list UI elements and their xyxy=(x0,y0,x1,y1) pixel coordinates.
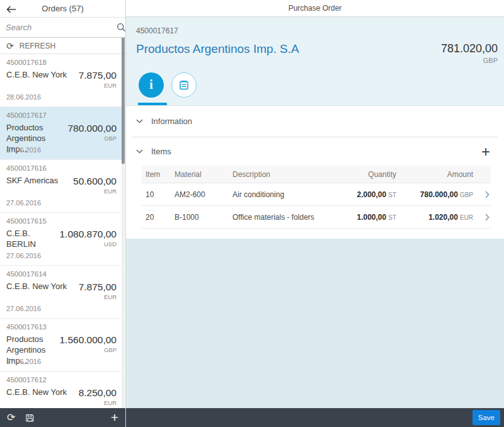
search-input[interactable] xyxy=(6,23,117,32)
list-scrollbar[interactable] xyxy=(122,38,125,408)
list-item[interactable]: 4500017616 SKF Americas 50.600,00 EUR 27… xyxy=(0,160,122,213)
row-chevron-right-icon[interactable] xyxy=(473,191,491,198)
master-footer-bar: ⟳ + xyxy=(0,408,125,427)
order-date: 27.06.2016 xyxy=(6,358,41,365)
list-item[interactable]: 4500017618 C.E.B. New York 7.875,00 EUR … xyxy=(0,54,122,107)
order-id: 4500017613 xyxy=(6,323,117,331)
col-header-material: Material xyxy=(175,170,232,179)
footer-refresh-icon[interactable]: ⟳ xyxy=(7,413,15,423)
order-currency: GBP xyxy=(67,135,117,142)
order-currency: EUR xyxy=(79,399,117,406)
info-icon: i xyxy=(149,78,153,92)
detail-title: Purchase Order xyxy=(289,4,342,13)
vendor-name: C.E.B. New York xyxy=(6,282,67,292)
order-date: 27.06.2016 xyxy=(6,199,41,207)
object-currency: GBP xyxy=(441,57,498,64)
cell-amount: 780.000,00 xyxy=(420,190,458,199)
chevron-down-icon xyxy=(136,119,143,123)
icon-tab-bar: i xyxy=(126,64,504,106)
tab-information[interactable]: i xyxy=(139,72,164,98)
cell-quantity: 2.000,00 xyxy=(357,190,387,199)
orders-list: 4500017618 C.E.B. New York 7.875,00 EUR … xyxy=(0,54,122,408)
save-button[interactable]: Save xyxy=(472,410,500,425)
cell-description: Air conditioning xyxy=(232,190,326,199)
order-date: 27.06.2016 xyxy=(6,146,41,154)
information-section-header[interactable]: Information xyxy=(126,106,504,137)
order-currency: EUR xyxy=(73,188,117,195)
scrollbar-thumb[interactable] xyxy=(122,38,125,164)
selected-tab-indicator xyxy=(138,103,167,105)
order-amount: 780.000,00 xyxy=(67,123,117,134)
vendor-name: C.E.B. New York xyxy=(6,70,67,81)
table-header-row: Item Material Description Quantity Amoun… xyxy=(142,166,491,183)
detail-titlebar: Purchase Order xyxy=(126,0,504,17)
chevron-down-icon xyxy=(136,149,143,154)
vendor-name: C.E.B. BERLIN xyxy=(6,229,59,250)
orders-header: Orders (57) xyxy=(0,0,125,18)
detail-footer-bar: Save xyxy=(126,408,504,427)
cell-quantity-unit: ST xyxy=(388,191,396,198)
cell-amount-currency: GBP xyxy=(460,191,473,198)
back-button[interactable] xyxy=(0,4,21,13)
add-order-button[interactable]: + xyxy=(111,411,118,425)
cell-amount: 1.020,00 xyxy=(428,213,458,222)
object-vendor-title: Productos Argentinos Imp. S.A xyxy=(136,42,299,56)
cell-quantity: 1.000,00 xyxy=(357,213,387,222)
refresh-button[interactable]: ⟳ REFRESH xyxy=(0,38,125,54)
refresh-label: REFRESH xyxy=(20,42,55,50)
vendor-name: SKF Americas xyxy=(6,176,58,186)
order-id: 4500017618 xyxy=(6,59,117,66)
order-currency: GBP xyxy=(59,346,117,353)
detail-content: Information Items + Item Material Descri… xyxy=(126,106,504,239)
col-header-amount: Amount xyxy=(396,170,473,179)
cell-material: AM2-600 xyxy=(175,190,232,199)
row-chevron-right-icon[interactable] xyxy=(473,214,491,221)
object-header: 4500017617 Productos Argentinos Imp. S.A… xyxy=(126,17,504,64)
back-arrow-icon xyxy=(6,6,16,13)
list-item[interactable]: 4500017613 Productos Argentinos Imp... 1… xyxy=(0,319,122,372)
order-amount: 8.250,00 xyxy=(79,387,117,399)
order-id: 4500017612 xyxy=(6,376,117,384)
object-order-id: 4500017617 xyxy=(136,26,498,35)
object-total-amount: 781.020,00 xyxy=(441,42,498,55)
table-row[interactable]: 20 B-1000 Office materials - folders 1.0… xyxy=(142,206,491,229)
items-section-label: Items xyxy=(151,147,171,156)
order-currency: USD xyxy=(59,241,117,248)
order-date: 28.06.2016 xyxy=(6,93,41,101)
order-amount: 1.080.870,00 xyxy=(59,229,117,240)
list-item-selected[interactable]: 4500017617 Productos Argentinos Imp... 7… xyxy=(0,107,122,160)
search-icon[interactable] xyxy=(117,23,126,32)
col-header-description: Description xyxy=(232,170,326,179)
cell-item: 20 xyxy=(142,213,175,222)
order-currency: EUR xyxy=(79,293,117,300)
order-amount: 1.560.000,00 xyxy=(59,334,117,346)
order-date: 27.06.2016 xyxy=(6,305,41,312)
order-currency: EUR xyxy=(79,82,117,89)
cell-item: 10 xyxy=(142,190,175,199)
list-item[interactable]: 4500017612 C.E.B. New York 8.250,00 EUR … xyxy=(0,372,122,408)
order-amount: 50.600,00 xyxy=(73,176,117,187)
add-item-button[interactable]: + xyxy=(481,144,494,159)
cell-amount-currency: EUR xyxy=(460,214,473,221)
save-disk-icon[interactable] xyxy=(25,413,35,423)
col-header-quantity: Quantity xyxy=(326,170,396,179)
purchase-order-detail-panel: Purchase Order 4500017617 Productos Arge… xyxy=(126,0,504,427)
list-item[interactable]: 4500017614 C.E.B. New York 7.875,00 EUR … xyxy=(0,266,122,319)
list-item[interactable]: 4500017615 C.E.B. BERLIN 1.080.870,00 US… xyxy=(0,213,122,266)
cell-description: Office materials - folders xyxy=(232,213,326,222)
items-section-header[interactable]: Items + xyxy=(126,137,504,166)
information-section-label: Information xyxy=(151,117,192,126)
detail-empty-area xyxy=(126,239,504,408)
table-row[interactable]: 10 AM2-600 Air conditioning 2.000,00ST 7… xyxy=(142,183,491,206)
items-table: Item Material Description Quantity Amoun… xyxy=(142,166,491,229)
tab-notes[interactable] xyxy=(171,72,197,98)
order-amount: 7.875,00 xyxy=(79,70,117,81)
refresh-icon: ⟳ xyxy=(6,42,14,50)
orders-master-panel: Orders (57) ⟳ REFRESH 4500017618 C.E.B. … xyxy=(0,0,126,427)
cell-quantity-unit: ST xyxy=(388,214,396,221)
col-header-item: Item xyxy=(142,170,175,179)
order-date: 27.06.2016 xyxy=(6,252,41,259)
order-id: 4500017616 xyxy=(6,164,117,172)
vendor-name: C.E.B. New York xyxy=(6,387,67,398)
order-id: 4500017617 xyxy=(6,111,117,119)
